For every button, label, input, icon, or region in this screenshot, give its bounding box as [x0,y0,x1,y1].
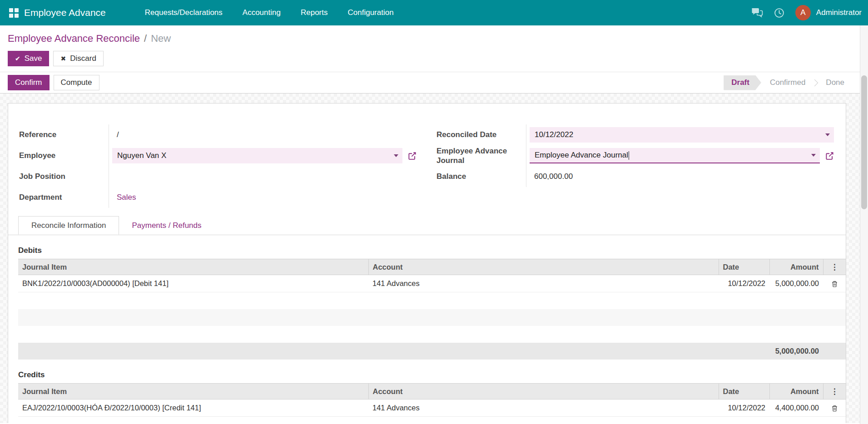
delete-row-trash-icon[interactable] [831,404,838,412]
credits-header-row: Journal Item Account Date Amount ⋮ [18,384,846,399]
reconciled-date-field[interactable]: 10/12/2022 [530,127,834,143]
delete-row-trash-icon[interactable] [831,280,838,288]
apps-grid-square [9,8,13,12]
status-step-draft[interactable]: Draft [724,75,761,90]
user-menu[interactable]: Administrator [816,8,862,17]
credit-amount-cell[interactable]: 4,400,000.00 [769,399,823,417]
form-sheet: Reference / Employee Nguyen Van X [8,103,846,423]
top-navbar: Employee Advance Requests/Declarations A… [0,0,868,25]
credits-table: Journal Item Account Date Amount ⋮ EAJ/2… [18,383,846,417]
empty-row [18,417,846,423]
field-row-reconciled-date: Reconciled Date 10/12/2022 [436,124,834,145]
compute-button[interactable]: Compute [54,75,99,90]
statusbar-buttons: Confirm Compute [8,75,99,90]
status-step-done[interactable]: Done [817,75,853,90]
journal-external-link-icon[interactable] [825,152,834,160]
debit-date-cell[interactable]: 10/12/2022 [719,275,769,292]
debit-amount-cell[interactable]: 5,000,000.00 [769,275,823,292]
reconciled-date-value: 10/12/2022 [535,130,573,139]
credit-account-cell[interactable]: 141 Advances [368,399,719,417]
field-row-journal: Employee Advance Journal Employee Advanc… [436,145,834,166]
debits-total-row: 5,000,000.00 [18,343,846,360]
kebab-menu-icon[interactable]: ⋮ [831,263,838,271]
field-row-balance: Balance 600,000.00 [436,166,834,187]
kebab-menu-icon[interactable]: ⋮ [831,387,838,396]
app-title[interactable]: Employee Advance [24,7,106,18]
tab-payments-refunds[interactable]: Payments / Refunds [119,216,214,235]
column-journal-item[interactable]: Journal Item [18,384,368,399]
column-date[interactable]: Date [719,384,769,399]
column-account[interactable]: Account [368,259,719,275]
status-step-confirmed[interactable]: Confirmed [761,75,814,90]
credits-section-title: Credits [18,370,846,380]
journal-field[interactable]: Employee Advance Journal [530,148,820,163]
main-menu: Requests/Declarations Accounting Reports… [145,8,394,17]
reference-value: / [112,130,119,139]
topbar-right: A Administrator [751,5,862,20]
dropdown-caret-icon[interactable] [811,154,816,157]
credit-date-cell[interactable]: 10/12/2022 [719,399,769,417]
field-row-employee: Employee Nguyen Van X [19,145,417,166]
apps-grid-square [15,14,19,18]
menu-reports[interactable]: Reports [301,8,328,17]
debit-row-actions [823,275,846,292]
notebook-tabs: Reconcile Information Payments / Refunds [8,216,846,235]
empty-row [18,309,846,326]
empty-row [18,292,846,309]
department-value-link[interactable]: Sales [112,193,136,202]
debits-table: Journal Item Account Date Amount ⋮ BNK1/… [18,259,846,292]
employee-external-link-icon[interactable] [408,152,417,160]
vertical-scrollbar[interactable] [860,25,868,424]
user-avatar[interactable]: A [795,5,811,20]
field-row-reference: Reference / [19,124,417,145]
journal-field-value: Employee Advance Journal [535,151,628,160]
credit-journal-item-cell[interactable]: EAJ/2022/10/0003(HÓA Đ/2022/10/0003) [Cr… [18,399,368,417]
employee-field[interactable]: Nguyen Van X [112,148,402,163]
save-button[interactable]: ✔ Save [8,51,49,66]
journal-label: Employee Advance Journal [436,146,526,166]
text-cursor [629,151,629,160]
check-icon: ✔ [15,55,20,62]
debits-section-title: Debits [18,246,846,255]
column-account[interactable]: Account [368,384,719,399]
column-amount[interactable]: Amount [769,384,823,399]
column-options[interactable]: ⋮ [823,384,846,399]
confirm-button[interactable]: Confirm [8,75,50,90]
field-row-department: Department Sales [19,187,417,208]
department-label: Department [19,192,109,202]
messages-icon[interactable] [751,8,763,18]
discard-button[interactable]: ✖ Discard [53,51,103,66]
apps-menu-icon[interactable] [9,8,19,18]
menu-configuration[interactable]: Configuration [347,8,393,17]
breadcrumb-separator: / [144,33,147,44]
breadcrumb: Employee Advance Reconcile/New [8,33,860,44]
debits-header-row: Journal Item Account Date Amount ⋮ [18,259,846,275]
discard-button-label: Discard [70,54,96,63]
dropdown-caret-icon[interactable] [825,133,830,136]
menu-requests-declarations[interactable]: Requests/Declarations [145,8,223,17]
breadcrumb-current: New [151,33,171,44]
column-date[interactable]: Date [719,259,769,275]
menu-accounting[interactable]: Accounting [243,8,281,17]
form-fields: Reference / Employee Nguyen Van X [8,124,846,208]
employee-field-value: Nguyen Van X [117,151,166,160]
reference-label: Reference [19,130,109,139]
activities-clock-icon[interactable] [774,8,784,18]
debit-account-cell[interactable]: 141 Advances [368,275,719,292]
debit-journal-item-cell[interactable]: BNK1/2022/10/0003(AD000004) [Debit 141] [18,275,368,292]
column-options[interactable]: ⋮ [823,259,846,275]
employee-label: Employee [19,151,109,160]
column-journal-item[interactable]: Journal Item [18,259,368,275]
breadcrumb-root-link[interactable]: Employee Advance Reconcile [8,33,140,44]
scrollbar-thumb[interactable] [861,75,867,209]
tab-reconcile-information[interactable]: Reconcile Information [18,216,119,235]
apps-grid-square [15,8,19,12]
record-action-buttons: ✔ Save ✖ Discard [8,51,860,66]
dropdown-caret-icon[interactable] [394,154,398,157]
debits-total-value: 5,000,000.00 [775,343,819,360]
column-amount[interactable]: Amount [769,259,823,275]
save-button-label: Save [25,54,42,63]
debits-table-row: BNK1/2022/10/0003(AD000004) [Debit 141] … [18,275,846,292]
job-position-label: Job Position [19,172,109,181]
credit-row-actions [823,399,846,417]
